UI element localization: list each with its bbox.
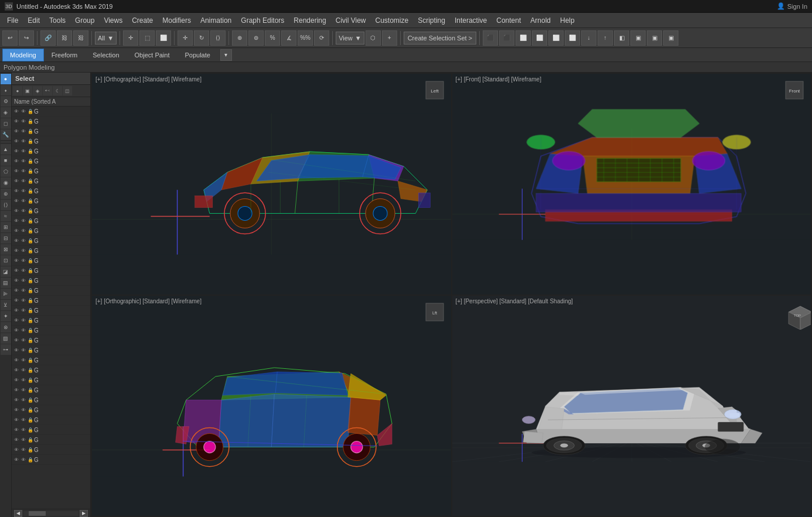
eye-icon-2[interactable]: 👁 <box>20 347 27 354</box>
lock-icon[interactable]: 🔒 <box>27 217 34 224</box>
eye-icon-2[interactable]: 👁 <box>20 317 27 324</box>
list-item[interactable]: 👁 👁 🔒 G <box>12 266 90 276</box>
eye-icon[interactable]: 👁 <box>13 237 20 244</box>
lock-icon[interactable]: 🔒 <box>27 138 34 145</box>
list-item[interactable]: 👁 👁 🔒 G <box>12 306 90 316</box>
eye-icon[interactable]: 👁 <box>13 416 20 423</box>
lock-icon[interactable]: 🔒 <box>27 367 34 374</box>
tool5-button[interactable]: ⬜ <box>548 30 564 46</box>
subtoolbar-expand-button[interactable]: ▾ <box>220 49 232 61</box>
eye-icon[interactable]: 👁 <box>13 357 20 364</box>
sign-in-button[interactable]: 👤 Sign In <box>777 2 807 10</box>
eye-icon-2[interactable]: 👁 <box>20 277 27 284</box>
side-icon-10[interactable]: ◉ <box>1 177 11 188</box>
menu-scripting[interactable]: Scripting <box>413 13 450 28</box>
list-item[interactable]: 👁 👁 🔒 G <box>12 176 90 186</box>
eye-icon[interactable]: 👁 <box>13 128 20 135</box>
list-item[interactable]: 👁 👁 🔒 G <box>12 146 90 156</box>
scroll-left-button[interactable]: ◀ <box>14 510 22 517</box>
viewport-cube-tl[interactable]: Left <box>423 78 446 102</box>
viewport-cube-tr[interactable]: Front <box>783 78 806 102</box>
eye-icon-2[interactable]: 👁 <box>20 307 27 314</box>
lock-icon[interactable]: 🔒 <box>27 426 34 433</box>
eye-icon-2[interactable]: 👁 <box>20 138 27 145</box>
eye-icon-2[interactable]: 👁 <box>20 367 27 374</box>
lock-icon[interactable]: 🔒 <box>27 307 34 314</box>
eye-icon-2[interactable]: 👁 <box>20 128 27 135</box>
menu-content[interactable]: Content <box>492 13 526 28</box>
eye-icon[interactable]: 👁 <box>13 207 20 214</box>
list-item[interactable]: 👁 👁 🔒 G <box>12 196 90 206</box>
eye-icon[interactable]: 👁 <box>13 187 20 194</box>
percent-snap-button[interactable]: %% <box>298 30 313 46</box>
lock-icon[interactable]: 🔒 <box>27 396 34 403</box>
list-item[interactable]: 👁 👁 🔒 G <box>12 126 90 136</box>
eye-icon[interactable]: 👁 <box>13 376 20 384</box>
snap-button[interactable]: % <box>265 30 280 46</box>
scene-explorer-button[interactable]: ⬛ <box>499 30 514 46</box>
eye-icon[interactable]: 👁 <box>13 446 20 453</box>
lock-icon[interactable]: 🔒 <box>27 317 34 324</box>
menu-rendering[interactable]: Rendering <box>289 13 330 28</box>
eye-icon-2[interactable]: 👁 <box>20 416 27 423</box>
eye-icon-2[interactable]: 👁 <box>20 237 27 244</box>
eye-icon[interactable]: 👁 <box>13 148 20 155</box>
eye-icon[interactable]: 👁 <box>13 287 20 294</box>
menu-customize[interactable]: Customize <box>371 13 414 28</box>
list-item[interactable]: 👁 👁 🔒 G <box>12 216 90 226</box>
eye-icon[interactable]: 👁 <box>13 217 20 224</box>
list-item[interactable]: 👁 👁 🔒 G <box>12 276 90 286</box>
eye-icon[interactable]: 👁 <box>13 277 20 284</box>
filter-icon-6[interactable]: ◫ <box>63 86 72 95</box>
view-cube-button[interactable]: ⬡ <box>366 30 381 46</box>
eye-icon[interactable]: 👁 <box>13 267 20 274</box>
eye-icon[interactable]: 👁 <box>13 177 20 184</box>
lock-icon[interactable]: 🔒 <box>27 337 34 344</box>
create-selection-set-button[interactable]: Create Selection Set > <box>404 32 476 44</box>
side-icon-create[interactable]: ● <box>1 74 11 84</box>
lock-icon[interactable]: 🔒 <box>27 357 34 364</box>
side-icon-21[interactable]: ⊻ <box>1 300 11 310</box>
eye-icon-2[interactable]: 👁 <box>20 446 27 453</box>
eye-icon-2[interactable]: 👁 <box>20 287 27 294</box>
select-scale-button[interactable]: ⟨⟩ <box>210 30 226 46</box>
eye-icon-2[interactable]: 👁 <box>20 406 27 413</box>
list-item[interactable]: 👁 👁 🔒 G <box>12 286 90 296</box>
eye-icon-2[interactable]: 👁 <box>20 118 27 125</box>
eye-icon[interactable]: 👁 <box>13 118 20 125</box>
side-icon-19[interactable]: ▤ <box>1 278 11 288</box>
tool12-button[interactable]: ▣ <box>663 30 678 46</box>
list-item[interactable]: 👁 👁 🔒 G <box>12 156 90 166</box>
eye-icon[interactable]: 👁 <box>13 426 20 433</box>
lock-icon[interactable]: 🔒 <box>27 287 34 294</box>
eye-icon[interactable]: 👁 <box>13 337 20 344</box>
select-rotate-button[interactable]: ↻ <box>194 30 209 46</box>
side-icon-utilities[interactable]: 🔧 <box>1 129 11 140</box>
list-item[interactable]: 👁 👁 🔒 G <box>12 107 90 117</box>
side-icon-23[interactable]: ⊗ <box>1 322 11 333</box>
lock-icon[interactable]: 🔒 <box>27 297 34 304</box>
list-item[interactable]: 👁 👁 🔒 G <box>12 345 90 355</box>
bind-space-warp-button[interactable]: ⛓ <box>73 30 88 46</box>
angle-snap-button[interactable]: ∡ <box>281 30 296 46</box>
menu-modifiers[interactable]: Modifiers <box>158 13 196 28</box>
side-icon-hierarchy[interactable]: ⚙ <box>1 96 11 107</box>
menu-arnold[interactable]: Arnold <box>526 13 555 28</box>
menu-views[interactable]: Views <box>99 13 127 28</box>
eye-icon[interactable]: 👁 <box>13 138 20 145</box>
eye-icon[interactable]: 👁 <box>13 327 20 334</box>
lock-icon[interactable]: 🔒 <box>27 167 34 174</box>
tool11-button[interactable]: ▣ <box>647 30 662 46</box>
eye-icon-2[interactable]: 👁 <box>20 436 27 443</box>
side-icon-7[interactable]: ▲ <box>1 144 11 155</box>
list-item[interactable]: 👁 👁 🔒 G <box>12 445 90 455</box>
window-crossing-button[interactable]: ⬜ <box>156 30 171 46</box>
viewport-bottom-left[interactable]: [+] [Orthographic] [Standard] [Wireframe… <box>92 296 451 516</box>
filter-dropdown[interactable]: All ▼ <box>95 32 117 44</box>
list-item[interactable]: 👁 👁 🔒 G <box>12 117 90 126</box>
tab-freeform[interactable]: Freeform <box>44 49 86 61</box>
list-item[interactable]: 👁 👁 🔒 G <box>12 256 90 266</box>
viewport-top-right[interactable]: [+] [Front] [Standard] [Wireframe] Front <box>452 74 811 295</box>
lock-icon[interactable]: 🔒 <box>27 347 34 354</box>
viewport-cube-br[interactable]: TOP <box>783 300 806 324</box>
